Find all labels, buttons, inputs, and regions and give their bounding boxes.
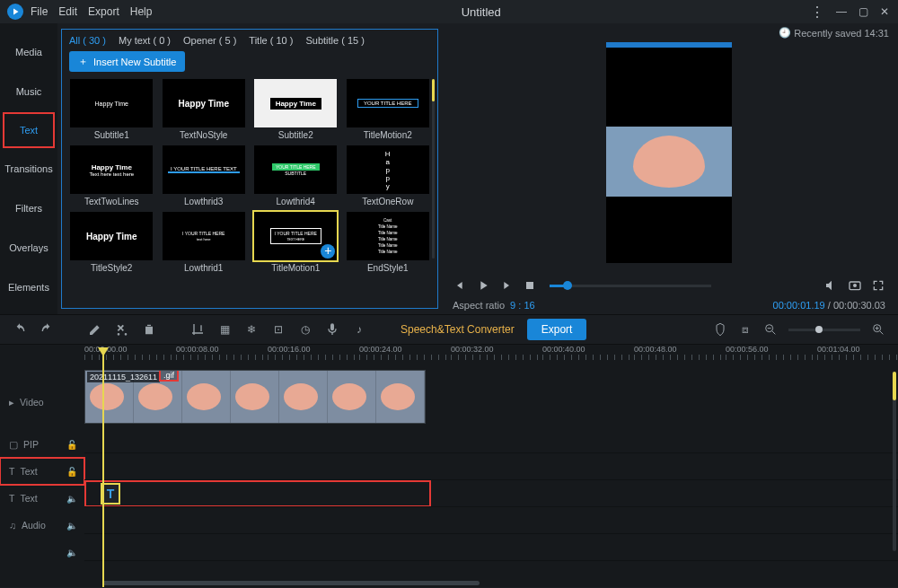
pip-track-icon: ▢ [9, 439, 18, 450]
track-headers: ▸ Video ▢ PIP 🔓 T Text 🔓 T Text 🔈 ♫ Audi… [0, 345, 84, 587]
template-label: TextOneRow [362, 197, 413, 206]
timeline-body[interactable]: 00:00:00.0000:00:08.0000:00:16.0000:00:2… [84, 345, 898, 587]
voiceover-icon[interactable] [325, 322, 339, 337]
template-label: TitleStyle2 [91, 263, 132, 273]
minimize-icon[interactable]: — [835, 5, 848, 18]
video-clip[interactable]: 20211115_132611 .gif [84, 370, 426, 424]
template-card[interactable]: CastTitle NameTitle NameTitle NameTitle … [346, 212, 431, 273]
menu-edit[interactable]: Edit [58, 5, 77, 18]
menu-export[interactable]: Export [88, 5, 119, 18]
delete-icon[interactable] [142, 322, 156, 337]
mute-icon[interactable]: 🔈 [66, 548, 77, 557]
lib-tab-mytext[interactable]: My text ( 0 ) [119, 35, 171, 46]
side-tab-music[interactable]: Music [0, 72, 57, 111]
aspect-ratio[interactable]: 9 : 16 [510, 300, 535, 311]
stop-icon[interactable] [523, 278, 537, 293]
track-header-pip[interactable]: ▢ PIP 🔓 [0, 431, 84, 458]
audio-track[interactable] [84, 533, 898, 560]
redo-icon[interactable] [40, 322, 54, 337]
library-panel: All ( 30 ) My text ( 0 ) Opener ( 5 ) Ti… [57, 23, 444, 314]
template-label: TextNoStyle [180, 130, 227, 140]
snapshot-icon[interactable] [848, 278, 862, 293]
template-card[interactable]: Happy TimeSubtitle1 [69, 79, 154, 140]
crop-icon[interactable] [190, 322, 205, 337]
lib-tab-title[interactable]: Title ( 10 ) [249, 35, 293, 46]
side-tab-transitions[interactable]: Transitions [0, 149, 57, 189]
time-ruler[interactable]: 00:00:00.0000:00:08.0000:00:16.0000:00:2… [84, 345, 898, 370]
track-header-text[interactable]: T Text 🔓 [0, 458, 84, 485]
svg-point-2 [853, 284, 857, 287]
text-track-icon: T [9, 493, 14, 504]
text-track-2[interactable] [84, 506, 898, 533]
lib-tab-all[interactable]: All ( 30 ) [69, 35, 106, 46]
track-header-text2[interactable]: T Text 🔈 [0, 485, 84, 512]
template-card[interactable]: HappyTextOneRow [346, 145, 431, 206]
template-label: Lowthrid1 [184, 263, 223, 273]
timeline: ▸ Video ▢ PIP 🔓 T Text 🔓 T Text 🔈 ♫ Audi… [0, 345, 898, 587]
close-icon[interactable]: ✕ [878, 5, 891, 18]
text-track[interactable]: T [84, 479, 898, 506]
lock-icon[interactable]: 🔓 [66, 440, 77, 450]
menu-file[interactable]: File [31, 5, 48, 18]
maximize-icon[interactable]: ▢ [857, 5, 869, 18]
side-tab-overlays[interactable]: Overlays [0, 228, 57, 268]
side-tab-media[interactable]: Media [0, 32, 57, 72]
svg-rect-0 [526, 282, 533, 289]
pip-track[interactable] [84, 452, 898, 479]
template-card[interactable]: Happy TimeSubtitle2 [253, 79, 339, 140]
prev-frame-icon[interactable] [453, 278, 467, 293]
menu-help[interactable]: Help [130, 5, 153, 18]
timeline-h-scrollbar[interactable] [84, 581, 889, 585]
lock-icon[interactable]: 🔓 [66, 467, 77, 477]
template-card[interactable]: Happy TimeTextNoStyle [162, 79, 247, 140]
template-card[interactable]: YOUR TITLE HERETitleMotion2 [346, 79, 431, 140]
marker-icon[interactable] [713, 322, 727, 337]
fullscreen-icon[interactable] [871, 278, 885, 293]
play-icon[interactable] [476, 278, 490, 293]
cut-icon[interactable] [115, 322, 129, 337]
side-tab-elements[interactable]: Elements [0, 268, 57, 307]
template-card[interactable]: Happy TimeText here text hereTextTwoLine… [69, 145, 154, 206]
preview-viewport [453, 32, 885, 273]
volume-icon[interactable] [824, 278, 839, 293]
zoom-in-icon[interactable] [871, 322, 885, 337]
insert-subtitle-button[interactable]: ＋ Insert New Subtitle [69, 51, 185, 72]
timeline-v-scrollbar[interactable] [893, 372, 896, 551]
text-track-icon: T [9, 466, 14, 477]
lib-tab-subtitle[interactable]: Subtitle ( 15 ) [305, 35, 364, 46]
undo-icon[interactable] [13, 322, 27, 337]
freeze-icon[interactable]: ❄ [244, 322, 259, 337]
mute-icon[interactable]: 🔈 [66, 494, 77, 504]
audio-icon[interactable]: ♪ [352, 322, 366, 337]
next-frame-icon[interactable] [499, 278, 514, 293]
side-tab-text[interactable]: Text [3, 112, 55, 148]
lib-tab-opener[interactable]: Opener ( 5 ) [183, 35, 236, 46]
more-icon[interactable]: ⋮ [810, 5, 823, 18]
playhead[interactable] [102, 352, 104, 587]
zoom-out-icon[interactable] [763, 322, 778, 337]
edit-icon[interactable] [88, 322, 102, 337]
template-card[interactable]: I YOUR TITLE HERETEXT HERE+TitleMotion1 [253, 212, 339, 273]
export-button[interactable]: Export [527, 319, 587, 340]
fit-icon[interactable]: ⧈ [738, 322, 753, 337]
app-logo [7, 4, 23, 20]
template-card[interactable]: I YOUR TITLE HEREtext hereLowthrid1 [162, 212, 247, 273]
mute-icon[interactable]: 🔈 [66, 521, 77, 531]
track-header-extra[interactable]: 🔈 [0, 539, 84, 566]
side-tab-filters[interactable]: Filters [0, 189, 57, 228]
track-header-video[interactable]: ▸ Video [0, 373, 84, 431]
speech-text-converter[interactable]: Speech&Text Converter [401, 323, 515, 336]
mosaic-icon[interactable]: ▦ [217, 322, 232, 337]
title-bar: File Edit Export Help Untitled ⋮ — ▢ ✕ [0, 0, 898, 23]
template-card[interactable]: I YOUR TITLE HERE TEXTLowthrid3 [162, 145, 247, 206]
track-header-audio[interactable]: ♫ Audio 🔈 [0, 512, 84, 539]
zoom-slider[interactable] [788, 329, 860, 331]
add-icon[interactable]: + [321, 244, 335, 259]
template-card[interactable]: YOUR TITLE HERESUBTITLELowthrid4 [253, 145, 339, 206]
duration-icon[interactable]: ◷ [298, 322, 313, 337]
template-card[interactable]: Happy TimeTitleStyle2 [69, 212, 154, 273]
progress-slider[interactable] [550, 285, 711, 287]
library-scrollbar[interactable] [432, 79, 435, 259]
timeline-toolbar: ▦ ❄ ⊡ ◷ ♪ Speech&Text Converter Export ⧈ [0, 314, 898, 345]
zoom-tool-icon[interactable]: ⊡ [271, 322, 286, 337]
